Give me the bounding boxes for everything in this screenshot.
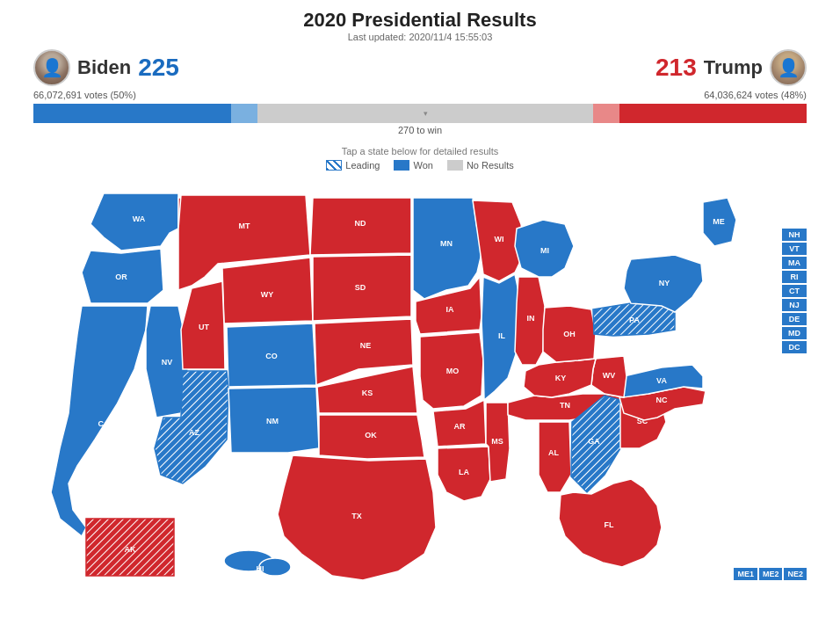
trump-electoral-count: 213 <box>655 54 697 82</box>
northeast-state-dc[interactable]: DC <box>782 341 807 353</box>
state-tx[interactable] <box>278 455 436 580</box>
main-title: 2020 Presidential Results <box>303 9 536 32</box>
state-wa[interactable] <box>91 193 178 251</box>
biden-candidate: 👤 Biden 225 <box>33 49 179 86</box>
map-container: WA OR CA NV ID MT WY UT CO <box>33 176 807 589</box>
trump-candidate: 👤 Trump 213 <box>655 49 807 86</box>
candidates-bar: 👤 Biden 225 👤 Trump 213 66,072,691 votes… <box>33 49 807 125</box>
no-results-swatch <box>447 160 463 171</box>
state-ca[interactable] <box>51 306 148 536</box>
bar-trump-won <box>619 104 807 123</box>
leading-swatch <box>326 160 342 171</box>
state-hi-2[interactable] <box>259 558 291 576</box>
no-results-label: No Results <box>467 160 514 171</box>
northeast-panel: NHVTMARICTNJDEMDDC <box>782 229 807 353</box>
state-in[interactable] <box>515 277 545 365</box>
won-label: Won <box>413 160 432 171</box>
trump-votes: 64,036,624 votes (48%) <box>704 90 807 100</box>
bottom-state-ne2[interactable]: NE2 <box>784 568 807 580</box>
state-ny[interactable] <box>624 255 703 312</box>
legend-leading: Leading <box>326 160 380 171</box>
state-wy[interactable] <box>222 258 313 323</box>
votes-row: 66,072,691 votes (50%) 64,036,624 votes … <box>33 90 807 100</box>
northeast-state-ct[interactable]: CT <box>782 285 807 297</box>
biden-avatar: 👤 <box>33 49 70 86</box>
progress-bar: ▾ <box>33 104 807 123</box>
northeast-state-ri[interactable]: RI <box>782 271 807 283</box>
biden-electoral-count: 225 <box>138 54 179 82</box>
northeast-state-nj[interactable]: NJ <box>782 299 807 311</box>
state-fl[interactable] <box>559 479 662 567</box>
candidates-row: 👤 Biden 225 👤 Trump 213 <box>33 49 807 86</box>
state-ms[interactable] <box>486 403 510 482</box>
bar-biden-won <box>33 104 231 123</box>
state-mi[interactable] <box>515 220 574 277</box>
us-map[interactable]: WA OR CA NV ID MT WY UT CO <box>33 176 754 589</box>
state-al[interactable] <box>539 422 571 492</box>
state-nd[interactable] <box>310 198 411 255</box>
biden-name: Biden <box>77 56 131 79</box>
bar-center: ▾ <box>257 104 593 123</box>
tap-hint: Tap a state below for detailed results <box>342 146 499 156</box>
bottom-state-me2[interactable]: ME2 <box>759 568 783 580</box>
northeast-state-nh[interactable]: NH <box>782 229 807 241</box>
won-swatch <box>394 160 409 171</box>
legend-items: Leading Won No Results <box>326 160 513 171</box>
state-ok[interactable] <box>319 415 424 459</box>
northeast-state-vt[interactable]: VT <box>782 243 807 255</box>
legend-no-results: No Results <box>447 160 514 171</box>
state-me[interactable] <box>703 198 736 246</box>
northeast-state-md[interactable]: MD <box>782 327 807 339</box>
state-wv[interactable] <box>591 356 626 397</box>
trump-name: Trump <box>704 56 763 79</box>
leading-label: Leading <box>345 160 380 171</box>
state-or[interactable] <box>82 249 163 303</box>
page-container: 2020 Presidential Results Last updated: … <box>0 0 840 625</box>
state-ak-bg <box>86 519 174 576</box>
title-section: 2020 Presidential Results Last updated: … <box>303 9 536 42</box>
northeast-state-ma[interactable]: MA <box>782 257 807 269</box>
state-la[interactable] <box>438 447 490 501</box>
state-mo[interactable] <box>420 332 483 409</box>
trump-avatar: 👤 <box>770 49 807 86</box>
state-sd[interactable] <box>313 255 411 321</box>
state-pa[interactable] <box>593 303 675 336</box>
bar-biden-leading <box>231 104 257 123</box>
northeast-state-de[interactable]: DE <box>782 313 807 325</box>
bar-trump-leading <box>593 104 619 123</box>
state-ut[interactable] <box>181 281 225 369</box>
state-oh[interactable] <box>543 306 596 362</box>
state-mn[interactable] <box>413 198 483 299</box>
legend-won: Won <box>394 160 432 171</box>
last-updated: Last updated: 2020/11/4 15:55:03 <box>303 32 536 42</box>
bottom-state-me1[interactable]: ME1 <box>734 568 757 580</box>
state-co[interactable] <box>227 323 316 387</box>
bottom-small-states: ME1ME2NE2 <box>734 568 807 580</box>
legend-section: Tap a state below for detailed results L… <box>326 146 513 171</box>
biden-votes: 66,072,691 votes (50%) <box>33 90 136 100</box>
threshold-label: 270 to win <box>398 125 442 135</box>
state-nm[interactable] <box>228 387 319 453</box>
